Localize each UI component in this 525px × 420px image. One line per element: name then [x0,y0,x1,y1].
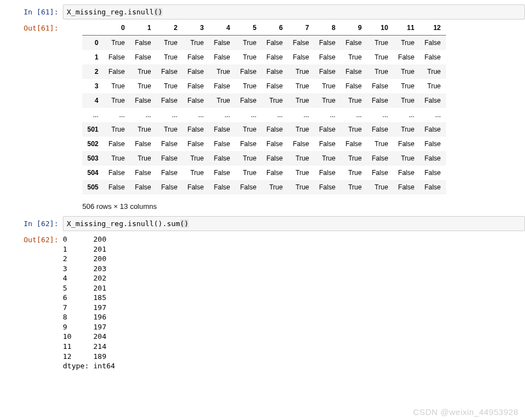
table-row: 3TrueTrueTrueFalseFalseTrueFalseTrueTrue… [82,79,446,93]
cell-value: ... [314,108,340,122]
cell-value: True [130,64,156,79]
cell-value: True [130,151,156,166]
text-output: 0 200 1 201 2 200 3 203 4 202 5 201 6 18… [63,232,525,371]
cell-value: True [288,79,314,93]
cell-value: False [130,166,156,180]
cell-value: True [288,64,314,79]
cell-value: True [103,151,130,166]
cell-value: False [182,64,209,79]
cell-value: True [182,166,209,180]
dataframe-output: 01234567891011120TrueFalseTrueTrueFalseT… [63,21,525,215]
cell-value: ... [393,108,419,122]
cell-value: False [419,166,445,180]
cell-value: True [340,93,366,108]
cell-value: False [314,122,340,137]
cell-value: True [288,93,314,108]
cell-value: True [340,180,366,194]
row-index: 3 [82,79,103,93]
table-row: ........................................… [82,108,446,122]
cell-value: True [314,93,340,108]
cell-value: False [182,180,209,194]
cell-value: True [393,36,419,51]
cell-value: False [156,166,182,180]
cell-value: True [314,151,340,166]
cell-value: True [366,64,393,79]
cell-value: ... [261,108,288,122]
cell-value: ... [366,108,393,122]
code-highlight: () [154,8,163,16]
code-highlight: () [180,219,189,228]
table-header-row: 0123456789101112 [82,21,446,36]
cell-value: False [419,93,445,108]
cell-value: False [235,180,261,194]
cell-value: True [103,122,130,137]
cell-value: True [340,166,366,180]
cell-value: ... [182,108,209,122]
cell-value: False [419,36,445,51]
cell-value: False [314,180,340,194]
output-prompt: Out[62]: [0,232,63,371]
cell-value: True [288,151,314,166]
column-header: 4 [209,21,235,36]
cell-value: ... [288,108,314,122]
table-row: 1FalseFalseTrueFalseFalseTrueFalseFalseF… [82,50,446,64]
cell-value: True [314,79,340,93]
cell-value: False [130,180,156,194]
code-cell[interactable]: X_missing_reg.isnull() [63,4,525,19]
table-row: 2FalseTrueFalseFalseTrueFalseFalseTrueFa… [82,64,446,79]
cell: Out[62]:0 200 1 201 2 200 3 203 4 202 5 … [0,232,525,371]
column-header: 10 [366,21,393,36]
column-header: 7 [288,21,314,36]
cell-value: False [261,137,288,151]
cell-value: True [366,180,393,194]
dataframe-meta: 506 rows × 13 columns [82,194,525,215]
cell-value: False [419,122,445,137]
cell-value: True [366,36,393,51]
cell-value: False [340,137,366,151]
cell-value: True [340,122,366,137]
cell-value: False [182,122,209,137]
cell-value: True [209,64,235,79]
cell-value: False [393,180,419,194]
cell-value: False [261,50,288,64]
cell-value: False [261,64,288,79]
cell-value: False [393,50,419,64]
cell-value: True [235,166,261,180]
cell-value: True [393,151,419,166]
row-index: 503 [82,151,103,166]
cell-value: False [235,137,261,151]
cell-value: False [209,180,235,194]
cell-value: False [103,64,130,79]
cell-value: False [235,64,261,79]
cell-body: X_missing_reg.isnull().sum() [63,216,525,231]
cell-value: False [103,137,130,151]
cell-value: False [182,50,209,64]
cell-value: False [130,93,156,108]
table-row: 501TrueTrueTrueFalseFalseTrueFalseTrueFa… [82,122,446,137]
cell-value: True [288,122,314,137]
cell-value: False [314,50,340,64]
code-cell[interactable]: X_missing_reg.isnull().sum() [63,216,525,231]
code-text: X_missing_reg.isnull().sum [67,219,180,228]
cell-value: False [366,79,393,93]
cell-value: True [156,122,182,137]
input-prompt: In [61]: [0,4,63,19]
cell-value: ... [235,108,261,122]
cell-value: False [288,36,314,51]
cell-value: True [103,93,130,108]
table-row: 4TrueFalseFalseFalseTrueFalseTrueTrueTru… [82,93,446,108]
cell-value: False [209,122,235,137]
cell: In [61]:X_missing_reg.isnull() [0,4,525,19]
cell-value: False [340,64,366,79]
cell-value: False [288,50,314,64]
cell-value: True [393,79,419,93]
cell-value: False [366,122,393,137]
cell-value: False [209,36,235,51]
cell-value: True [393,93,419,108]
cell-value: True [156,50,182,64]
row-index: 505 [82,180,103,194]
cell-value: False [419,137,445,151]
cell-value: False [103,180,130,194]
cell-value: True [235,151,261,166]
cell-value: False [156,93,182,108]
